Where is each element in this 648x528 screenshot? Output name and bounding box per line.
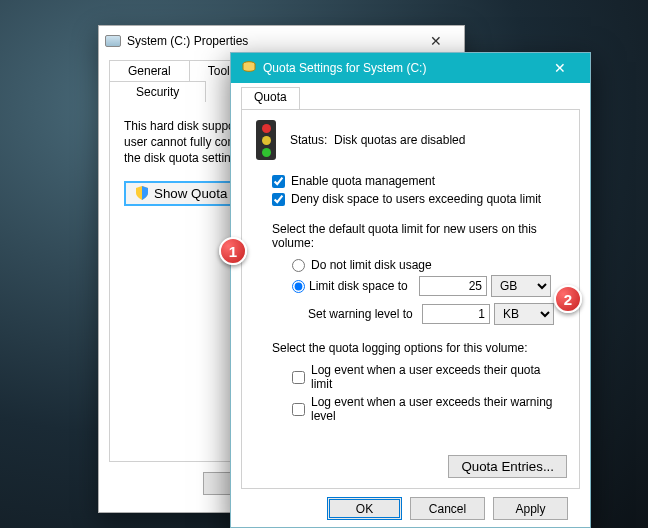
logging-label: Select the quota logging options for thi… (272, 341, 565, 355)
limit-unit-select[interactable]: GB (491, 275, 551, 297)
warning-unit-select[interactable]: KB (494, 303, 554, 325)
quota-panel: Status: Disk quotas are disabled Enable … (241, 109, 580, 489)
no-limit-label: Do not limit disk usage (311, 258, 432, 272)
annotation-badge-2: 2 (554, 285, 582, 313)
tab-security[interactable]: Security (109, 81, 206, 102)
deny-space-input[interactable] (272, 193, 285, 206)
enable-quota-label: Enable quota management (291, 174, 435, 188)
quota-settings-window: Quota Settings for System (C:) ✕ Quota S… (230, 52, 591, 528)
log-warning-checkbox[interactable]: Log event when a user exceeds their warn… (292, 395, 565, 423)
quota-entries-button[interactable]: Quota Entries... (448, 455, 567, 478)
default-limit-label: Select the default quota limit for new u… (272, 222, 565, 250)
enable-quota-input[interactable] (272, 175, 285, 188)
no-limit-input[interactable] (292, 259, 305, 272)
warning-value-field[interactable] (422, 304, 490, 324)
quota-titlebar[interactable]: Quota Settings for System (C:) ✕ (231, 53, 590, 83)
no-limit-radio[interactable]: Do not limit disk usage (292, 258, 565, 272)
warning-row: Set warning level to KB (308, 303, 565, 325)
limit-radio-row: Limit disk space to GB (292, 275, 565, 297)
log-warning-input[interactable] (292, 403, 305, 416)
limit-value-field[interactable] (419, 276, 487, 296)
disk-icon (241, 59, 257, 78)
cancel-button[interactable]: Cancel (410, 497, 485, 520)
limit-input[interactable] (292, 280, 305, 293)
deny-space-label: Deny disk space to users exceeding quota… (291, 192, 541, 206)
drive-icon (105, 35, 121, 47)
log-limit-label: Log event when a user exceeds their quot… (311, 363, 565, 391)
close-icon[interactable]: ✕ (538, 56, 582, 80)
deny-space-checkbox[interactable]: Deny disk space to users exceeding quota… (272, 192, 565, 206)
annotation-badge-1: 1 (219, 237, 247, 265)
shield-icon (136, 186, 148, 200)
status-text: Status: Disk quotas are disabled (290, 133, 465, 147)
tab-general[interactable]: General (109, 60, 190, 81)
quota-footer: OK Cancel Apply (241, 489, 580, 520)
enable-quota-checkbox[interactable]: Enable quota management (272, 174, 565, 188)
tab-quota[interactable]: Quota (241, 87, 300, 109)
log-limit-input[interactable] (292, 371, 305, 384)
ok-button[interactable]: OK (327, 497, 402, 520)
limit-label: Limit disk space to (309, 279, 415, 293)
traffic-light-icon (256, 120, 276, 160)
quota-title: Quota Settings for System (C:) (263, 61, 426, 75)
properties-title: System (C:) Properties (127, 34, 248, 48)
close-icon[interactable]: ✕ (413, 30, 458, 52)
log-warning-label: Log event when a user exceeds their warn… (311, 395, 565, 423)
warning-label: Set warning level to (308, 307, 418, 321)
apply-button[interactable]: Apply (493, 497, 568, 520)
log-limit-checkbox[interactable]: Log event when a user exceeds their quot… (292, 363, 565, 391)
